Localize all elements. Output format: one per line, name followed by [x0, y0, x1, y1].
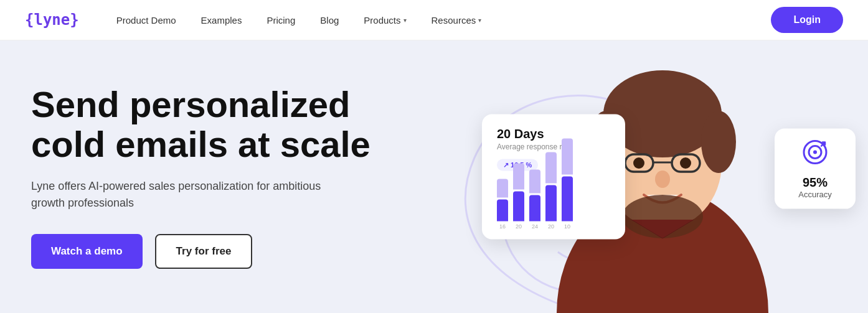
hero-buttons: Watch a demo Try for free	[31, 234, 392, 269]
bar-label: 20	[516, 223, 522, 230]
bar-group: 20	[513, 164, 524, 230]
target-icon	[787, 139, 843, 172]
bar-light	[497, 179, 508, 198]
hero-title: Send personalized cold emails at scale	[31, 85, 392, 164]
login-button[interactable]: Login	[771, 7, 843, 33]
svg-point-9	[633, 157, 644, 169]
chevron-down-icon: ▾	[478, 17, 481, 24]
watch-demo-button[interactable]: Watch a demo	[31, 234, 143, 269]
bar-dark	[562, 177, 573, 222]
chart-title: 20 Days	[497, 127, 610, 141]
nav-resources[interactable]: Resources ▾	[432, 15, 482, 26]
chart-card: 20 Days Average response rate ↗ 10.5 % 1…	[482, 114, 625, 240]
chevron-down-icon: ▾	[403, 17, 407, 24]
hero-subtitle: Lyne offers AI-powered sales personaliza…	[31, 178, 342, 212]
nav-examples[interactable]: Examples	[201, 15, 242, 26]
bar-light	[562, 139, 573, 175]
nav-product-demo[interactable]: Product Demo	[116, 15, 176, 26]
hero-visuals: 20 Days Average response rate ↗ 10.5 % 1…	[445, 40, 868, 313]
hero-section: Send personalized cold emails at scale L…	[0, 40, 868, 313]
svg-point-15	[813, 151, 817, 154]
navbar: {lyne} Product Demo Examples Pricing Blo…	[0, 0, 868, 40]
bar-group: 16	[497, 179, 508, 230]
accuracy-percent: 95%	[787, 175, 843, 190]
bar-label: 20	[548, 223, 554, 230]
svg-point-5	[701, 111, 736, 173]
nav-products[interactable]: Products ▾	[364, 15, 406, 26]
bar-dark	[545, 185, 557, 222]
bar-light	[513, 164, 524, 190]
bar-light	[529, 170, 540, 194]
bar-dark	[497, 200, 508, 222]
logo-text: {lyne}	[25, 11, 79, 29]
svg-point-10	[680, 157, 691, 169]
bar-group: 24	[529, 170, 540, 230]
accuracy-label: Accuracy	[787, 190, 843, 199]
hero-content: Send personalized cold emails at scale L…	[0, 85, 423, 269]
bar-dark	[529, 195, 540, 222]
try-free-button[interactable]: Try for free	[155, 234, 253, 269]
chart-bars: 16 20 24 20	[497, 180, 610, 230]
bar-label: 10	[564, 223, 570, 230]
bar-group: 20	[545, 152, 557, 230]
nav-blog[interactable]: Blog	[320, 15, 339, 26]
nav-pricing[interactable]: Pricing	[267, 15, 295, 26]
nav-links: Product Demo Examples Pricing Blog Produ…	[116, 15, 771, 26]
chart-subtitle: Average response rate	[497, 142, 610, 151]
bar-label: 24	[532, 223, 538, 230]
bar-group: 10	[562, 139, 573, 230]
bar-dark	[513, 192, 524, 222]
logo[interactable]: {lyne}	[25, 11, 79, 29]
bar-light	[545, 152, 557, 184]
bar-label: 16	[499, 223, 506, 230]
accuracy-badge: 95% Accuracy	[775, 129, 856, 209]
svg-point-11	[655, 171, 670, 188]
